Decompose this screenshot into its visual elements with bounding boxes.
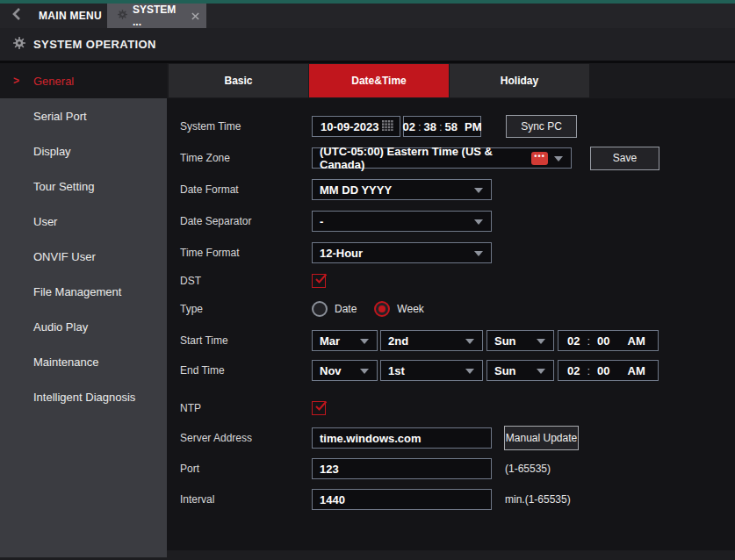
system-time-row: System Time 10-09-2023 02:38:58PM Sync P… <box>180 116 735 137</box>
start-month-select[interactable]: Mar <box>312 330 378 351</box>
close-icon[interactable] <box>191 12 199 20</box>
start-clock-field[interactable]: 02:00AM <box>558 330 659 351</box>
system-clock-field[interactable]: 02:38:58PM <box>403 116 481 137</box>
sidebar-item-user[interactable]: User <box>0 204 167 239</box>
sidebar-item-audio-play[interactable]: Audio Play <box>0 309 167 344</box>
chevron-down-icon <box>474 219 483 225</box>
colon: : <box>587 334 590 348</box>
time-format-value: 12-Hour <box>320 247 363 260</box>
ntp-label: NTP <box>180 402 312 414</box>
type-label: Type <box>180 303 312 315</box>
date-time-form: System Time 10-09-2023 02:38:58PM Sync P… <box>167 98 735 550</box>
sidebar-item-display[interactable]: Display <box>0 133 167 169</box>
gear-icon <box>13 37 25 53</box>
port-row: Port (1-65535) <box>180 458 735 479</box>
system-time-label: System Time <box>180 120 312 133</box>
date-separator-row: Date Separator - <box>180 211 735 232</box>
ampm-value: AM <box>628 364 645 377</box>
radio-date[interactable] <box>312 301 328 317</box>
dst-type-row: Type Date Week <box>180 298 735 319</box>
colon: : <box>439 120 443 133</box>
chevron-down-icon <box>465 339 474 344</box>
main-menu-label: MAIN MENU <box>39 10 102 22</box>
ampm-value: PM <box>465 120 482 133</box>
port-range-hint: (1-65535) <box>505 463 551 475</box>
sidebar-item-general[interactable]: > General <box>0 63 167 98</box>
chevron-down-icon <box>465 369 474 374</box>
start-time-label: Start Time <box>180 334 312 347</box>
tab-holiday[interactable]: Holiday <box>450 64 589 97</box>
ampm-value: AM <box>628 334 645 348</box>
hours-value: 02 <box>402 120 414 133</box>
radio-week[interactable] <box>374 301 390 317</box>
sidebar-item-label: Maintenance <box>33 355 98 369</box>
sidebar-item-label: Audio Play <box>33 320 88 334</box>
end-month-select[interactable]: Nov <box>312 360 378 381</box>
start-week-select[interactable]: 2nd <box>380 330 483 351</box>
date-separator-select[interactable]: - <box>312 211 492 232</box>
date-separator-value: - <box>320 215 323 228</box>
content-area: Basic Date&Time Holiday System Time 10-0… <box>167 63 735 557</box>
manual-update-button[interactable]: Manual Update <box>504 426 579 450</box>
save-button[interactable]: Save <box>590 147 659 170</box>
sidebar-item-label: ONVIF User <box>33 250 96 263</box>
start-day-select[interactable]: Sun <box>486 330 554 351</box>
chevron-down-icon <box>537 339 545 344</box>
time-format-select[interactable]: 12-Hour <box>312 242 492 263</box>
minutes-value: 38 <box>424 120 436 133</box>
end-month-value: Nov <box>320 364 342 377</box>
sidebar-item-onvif-user[interactable]: ONVIF User <box>0 239 167 274</box>
end-day-value: Sun <box>494 364 516 377</box>
time-zone-select[interactable]: (UTC-05:00) Eastern Time (US & Canada) •… <box>312 147 572 169</box>
end-week-select[interactable]: 1st <box>380 360 483 381</box>
sidebar-item-maintenance[interactable]: Maintenance <box>0 344 167 379</box>
dst-checkbox[interactable] <box>312 274 326 288</box>
interval-row: Interval min.(1-65535) <box>180 489 735 510</box>
end-time-row: End Time Nov 1st Sun 02:00AM <box>180 360 735 381</box>
interval-range-hint: min.(1-65535) <box>505 493 571 506</box>
interval-input[interactable] <box>312 489 492 510</box>
colon: : <box>587 364 590 377</box>
end-day-select[interactable]: Sun <box>486 360 554 381</box>
tab-strip: Basic Date&Time Holiday <box>167 63 735 98</box>
colon: : <box>418 120 422 133</box>
sidebar-item-serial-port[interactable]: Serial Port <box>0 98 167 133</box>
server-address-input[interactable] <box>312 427 492 449</box>
back-button[interactable] <box>0 4 33 28</box>
start-month-value: Mar <box>320 334 340 348</box>
time-zone-value: (UTC-05:00) Eastern Time (US & Canada) <box>320 145 528 171</box>
minutes-value: 00 <box>597 334 609 348</box>
port-input[interactable] <box>312 458 492 479</box>
system-date-field[interactable]: 10-09-2023 <box>312 116 400 137</box>
date-format-select[interactable]: MM DD YYYY <box>312 179 492 200</box>
start-time-row: Start Time Mar 2nd Sun 02:00AM <box>180 330 735 351</box>
radio-dot <box>378 305 386 312</box>
tab-date-time[interactable]: Date&Time <box>309 64 449 97</box>
date-format-label: Date Format <box>180 183 312 196</box>
start-week-value: 2nd <box>388 334 408 348</box>
radio-date-label: Date <box>335 303 357 315</box>
server-address-row: Server Address Manual Update <box>180 427 735 449</box>
hours-value: 02 <box>567 334 580 348</box>
page-title: SYSTEM OPERATION <box>33 38 156 51</box>
sidebar-item-label: Serial Port <box>33 110 87 123</box>
dst-label: DST <box>180 275 312 287</box>
main-body: > General Serial Port Display Tour Setti… <box>0 63 735 557</box>
sidebar-item-file-management[interactable]: File Management <box>0 274 167 309</box>
end-clock-field[interactable]: 02:00AM <box>558 360 659 381</box>
tab-system-operation[interactable]: SYSTEM ... <box>107 4 206 28</box>
dst-type-radio-group: Date Week <box>312 301 442 317</box>
time-zone-label: Time Zone <box>180 152 312 164</box>
end-time-label: End Time <box>180 364 312 377</box>
start-day-value: Sun <box>494 334 516 348</box>
date-separator-label: Date Separator <box>180 215 312 227</box>
sync-pc-button[interactable]: Sync PC <box>506 115 577 138</box>
time-zone-row: Time Zone (UTC-05:00) Eastern Time (US &… <box>180 147 735 169</box>
sidebar-item-intelligent-diagnosis[interactable]: Intelligent Diagnosis <box>0 379 167 414</box>
tab-main-menu[interactable]: MAIN MENU <box>33 4 107 28</box>
port-label: Port <box>180 463 312 475</box>
ntp-checkbox[interactable] <box>312 401 326 415</box>
tab-basic[interactable]: Basic <box>169 64 308 97</box>
dst-badge-icon: ••• <box>531 152 548 165</box>
sidebar-item-tour-setting[interactable]: Tour Setting <box>0 169 167 204</box>
